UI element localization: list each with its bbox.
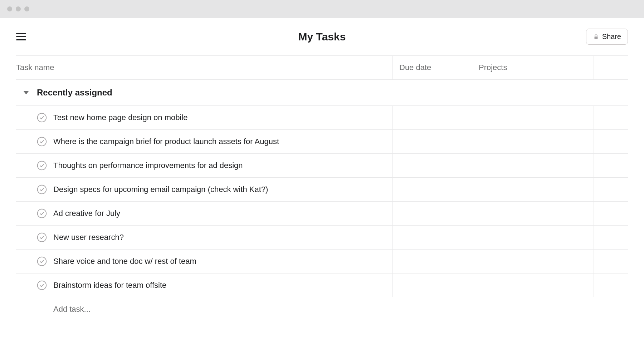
page-title: My Tasks — [298, 31, 346, 43]
svg-point-6 — [38, 233, 47, 242]
task-projects-cell[interactable] — [472, 178, 594, 201]
lock-icon — [593, 34, 599, 40]
task-projects-cell[interactable] — [472, 130, 594, 153]
check-circle-icon[interactable] — [37, 113, 47, 123]
task-row[interactable]: Share voice and tone doc w/ rest of team — [16, 249, 628, 273]
chevron-down-icon[interactable] — [23, 91, 29, 94]
task-projects-cell[interactable] — [472, 250, 594, 273]
check-circle-icon[interactable] — [37, 280, 47, 290]
check-circle-icon[interactable] — [37, 232, 47, 242]
svg-point-2 — [38, 137, 47, 146]
traffic-light-maximize[interactable] — [24, 6, 29, 11]
check-circle-icon[interactable] — [37, 161, 47, 171]
add-task-input[interactable]: Add task... — [16, 297, 628, 321]
task-due-cell[interactable] — [392, 226, 472, 249]
task-projects-cell[interactable] — [472, 106, 594, 129]
task-name: Share voice and tone doc w/ rest of team — [53, 257, 196, 266]
menu-button[interactable] — [16, 31, 28, 43]
hamburger-icon — [16, 33, 26, 34]
task-name: New user research? — [53, 233, 124, 242]
task-due-cell[interactable] — [392, 106, 472, 129]
check-circle-icon[interactable] — [37, 208, 47, 218]
svg-point-3 — [38, 161, 47, 170]
task-projects-cell[interactable] — [472, 273, 594, 297]
task-extra-cell — [594, 130, 628, 153]
task-name: Brainstorm ideas for team offsite — [53, 281, 166, 290]
task-due-cell[interactable] — [392, 273, 472, 297]
task-row[interactable]: Design specs for upcoming email campaign… — [16, 177, 628, 201]
add-task-placeholder: Add task... — [53, 305, 91, 314]
task-name-cell: Brainstorm ideas for team offsite — [16, 273, 392, 297]
svg-point-7 — [38, 257, 47, 266]
task-name: Thoughts on performance improvements for… — [53, 161, 243, 170]
task-name-cell: Design specs for upcoming email campaign… — [16, 178, 392, 201]
task-due-cell[interactable] — [392, 178, 472, 201]
task-name: Design specs for upcoming email campaign… — [53, 185, 268, 194]
task-name-cell: Share voice and tone doc w/ rest of team — [16, 250, 392, 273]
task-row[interactable]: New user research? — [16, 225, 628, 249]
check-circle-icon[interactable] — [37, 256, 47, 266]
column-header-due-date[interactable]: Due date — [392, 56, 472, 79]
task-extra-cell — [594, 154, 628, 177]
task-due-cell[interactable] — [392, 202, 472, 225]
content-area: Task name Due date Projects Recently ass… — [0, 55, 644, 321]
task-projects-cell[interactable] — [472, 226, 594, 249]
task-due-cell[interactable] — [392, 130, 472, 153]
task-extra-cell — [594, 273, 628, 297]
task-name-cell: Thoughts on performance improvements for… — [16, 154, 392, 177]
svg-point-5 — [38, 209, 47, 218]
task-projects-cell[interactable] — [472, 154, 594, 177]
svg-point-1 — [38, 113, 47, 122]
task-due-cell[interactable] — [392, 154, 472, 177]
section-header[interactable]: Recently assigned — [16, 80, 628, 105]
svg-point-8 — [38, 281, 47, 290]
task-extra-cell — [594, 226, 628, 249]
task-extra-cell — [594, 250, 628, 273]
traffic-light-close[interactable] — [7, 6, 12, 11]
task-name-cell: New user research? — [16, 226, 392, 249]
share-button[interactable]: Share — [586, 29, 628, 45]
task-name: Where is the campaign brief for product … — [53, 137, 279, 146]
share-button-label: Share — [602, 33, 621, 41]
task-name: Test new home page design on mobile — [53, 113, 187, 122]
task-extra-cell — [594, 202, 628, 225]
table-header: Task name Due date Projects — [16, 55, 628, 80]
column-header-extra — [594, 56, 628, 79]
task-name-cell: Ad creative for July — [16, 202, 392, 225]
column-header-projects[interactable]: Projects — [472, 56, 594, 79]
task-due-cell[interactable] — [392, 250, 472, 273]
task-extra-cell — [594, 106, 628, 129]
check-circle-icon[interactable] — [37, 137, 47, 147]
task-extra-cell — [594, 178, 628, 201]
traffic-light-minimize[interactable] — [16, 6, 21, 11]
app-header: My Tasks Share — [0, 18, 644, 55]
task-list: Test new home page design on mobile Wher… — [16, 105, 628, 297]
task-row[interactable]: Thoughts on performance improvements for… — [16, 153, 628, 177]
window-chrome — [0, 0, 644, 18]
task-row[interactable]: Ad creative for July — [16, 201, 628, 225]
task-row[interactable]: Test new home page design on mobile — [16, 105, 628, 129]
section-title: Recently assigned — [37, 88, 112, 98]
column-header-task-name[interactable]: Task name — [16, 63, 392, 72]
task-name-cell: Test new home page design on mobile — [16, 106, 392, 129]
task-name-cell: Where is the campaign brief for product … — [16, 130, 392, 153]
svg-point-4 — [38, 185, 47, 194]
task-row[interactable]: Brainstorm ideas for team offsite — [16, 273, 628, 297]
task-name: Ad creative for July — [53, 209, 120, 218]
svg-rect-0 — [594, 36, 597, 39]
task-row[interactable]: Where is the campaign brief for product … — [16, 129, 628, 153]
task-projects-cell[interactable] — [472, 202, 594, 225]
check-circle-icon[interactable] — [37, 184, 47, 194]
